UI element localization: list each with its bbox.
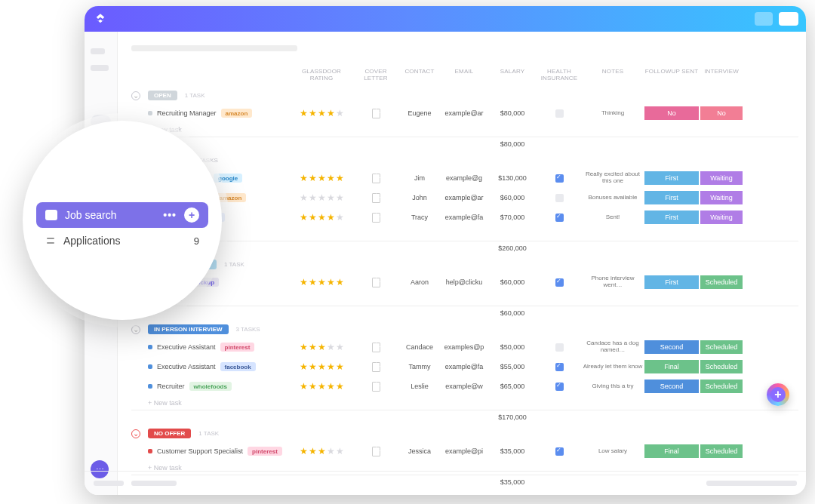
collapse-toggle-icon[interactable]: ⌄ (131, 91, 140, 100)
titlebar-control-1[interactable] (755, 12, 773, 26)
document-icon[interactable] (372, 343, 380, 352)
interview-status[interactable]: Waiting (700, 191, 743, 204)
company-tag[interactable]: pinterest (248, 447, 282, 456)
notes-cell[interactable]: Candace has a dog named… (583, 340, 643, 354)
column-header[interactable]: GLASSDOOR RATING (291, 68, 352, 81)
collapse-toggle-icon[interactable]: ⌄ (131, 429, 140, 438)
document-icon[interactable] (372, 109, 380, 118)
followup-status[interactable]: Second (644, 340, 699, 354)
rating-stars[interactable]: ★★★★★ (291, 447, 352, 456)
notes-cell[interactable]: Low salary (583, 448, 643, 455)
task-row[interactable]: Recruiterfacebook★★★★★Tracyexample@fa$70… (131, 207, 798, 227)
health-insurance-checkbox[interactable] (555, 174, 564, 183)
followup-status[interactable]: Final (644, 444, 699, 458)
health-insurance-checkbox[interactable] (555, 343, 564, 352)
company-tag[interactable]: pinterest (220, 343, 255, 352)
interview-status[interactable]: Scheduled (700, 380, 743, 393)
column-header[interactable]: SALARY (489, 68, 536, 81)
document-icon[interactable] (372, 174, 380, 183)
notes-cell[interactable]: Giving this a try (583, 383, 643, 390)
new-task-button[interactable]: + New task (131, 227, 798, 241)
group-header[interactable]: ⌄NO OFFER1 TASK (131, 429, 798, 438)
document-icon[interactable] (372, 193, 380, 203)
document-icon[interactable] (372, 382, 380, 392)
health-insurance-checkbox[interactable] (555, 363, 564, 371)
task-row[interactable]: Customer Support Specialistpinterest★★★★… (131, 441, 798, 461)
company-tag[interactable]: wholefoods (189, 382, 232, 391)
rating-stars[interactable]: ★★★★★ (291, 382, 352, 391)
rating-stars[interactable]: ★★★★★ (291, 174, 352, 183)
followup-status[interactable]: First (644, 211, 699, 224)
interview-status[interactable]: Scheduled (700, 360, 743, 373)
new-task-button[interactable]: + New task (131, 292, 798, 306)
health-insurance-checkbox[interactable] (555, 447, 564, 456)
notes-cell[interactable]: Already let them know (583, 364, 643, 370)
group-header[interactable]: ⌄APPLIED3 TASKS (131, 155, 798, 165)
interview-status[interactable]: Scheduled (700, 340, 743, 354)
task-row[interactable]: Product Managergoogle★★★★★Jimexample@g$1… (131, 168, 798, 188)
column-header[interactable]: COVER LETTER (353, 68, 398, 81)
new-task-button[interactable]: + New task (131, 396, 798, 410)
sidebar-item-applications[interactable]: Applications 9 (36, 228, 208, 254)
task-row[interactable]: Executive Assistantfacebook★★★★★Tammyexa… (131, 357, 798, 376)
interview-status[interactable]: No (700, 106, 743, 120)
rating-stars[interactable]: ★★★★★ (291, 343, 352, 352)
task-row[interactable]: Account Manageramazon★★★★★Johnexample@ar… (131, 188, 798, 207)
interview-status[interactable]: Scheduled (700, 444, 743, 458)
document-icon[interactable] (372, 213, 380, 223)
more-icon[interactable]: ••• (163, 209, 177, 221)
group-header[interactable]: ⌄PHONE INTERVIEW1 TASK (131, 260, 798, 269)
column-header[interactable]: HEALTH INSURANCE (537, 68, 581, 81)
column-header[interactable]: INTERVIEW (700, 68, 743, 81)
task-row[interactable]: Recruiting Manageramazon★★★★★Eugeneexamp… (131, 103, 798, 123)
company-tag[interactable]: amazon (221, 109, 253, 118)
add-circle-icon[interactable]: + (184, 207, 199, 223)
followup-status[interactable]: Second (644, 380, 699, 393)
fab-new-task[interactable]: + (767, 383, 789, 406)
followup-status[interactable]: No (644, 106, 699, 120)
company-tag[interactable]: google (214, 174, 242, 183)
task-row[interactable]: Recruiterwholefoods★★★★★Leslieexample@w$… (131, 376, 798, 396)
health-insurance-checkbox[interactable] (555, 214, 564, 222)
notes-cell[interactable]: Really excited about this one (583, 171, 643, 185)
titlebar-control-2[interactable] (779, 12, 798, 26)
health-insurance-checkbox[interactable] (555, 383, 564, 391)
task-row[interactable]: Recruiterclickup★★★★★Aaronhelp@clicku$60… (131, 272, 798, 292)
rating-stars[interactable]: ★★★★★ (291, 193, 352, 202)
notes-cell[interactable]: Bonuses available (583, 195, 643, 201)
group-header[interactable]: ⌄OPEN1 TASK (131, 91, 798, 100)
company-tag[interactable]: facebook (220, 362, 256, 371)
followup-status[interactable]: First (644, 171, 699, 185)
column-header[interactable]: CONTACT (400, 68, 439, 81)
sidebar-item-job-search[interactable]: Job search ••• + (36, 202, 208, 228)
notes-cell[interactable]: Thinking (583, 110, 643, 117)
health-insurance-checkbox[interactable] (555, 194, 564, 202)
interview-status[interactable]: Waiting (700, 211, 743, 224)
column-header[interactable]: FOLLOWUP SENT (644, 68, 699, 81)
health-insurance-checkbox[interactable] (555, 109, 564, 118)
followup-status[interactable]: Final (644, 360, 699, 373)
rating-stars[interactable]: ★★★★★ (291, 362, 352, 371)
document-icon[interactable] (372, 278, 380, 287)
collapse-toggle-icon[interactable]: ⌄ (131, 325, 140, 334)
status-badge[interactable]: NO OFFER (148, 429, 191, 438)
notes-cell[interactable]: Sent! (583, 214, 643, 221)
health-insurance-checkbox[interactable] (555, 278, 564, 287)
interview-status[interactable]: Scheduled (700, 275, 743, 289)
status-badge[interactable]: OPEN (148, 91, 177, 100)
document-icon[interactable] (372, 447, 380, 456)
rating-stars[interactable]: ★★★★★ (291, 278, 352, 287)
followup-status[interactable]: First (644, 191, 699, 204)
followup-status[interactable]: First (644, 275, 699, 289)
interview-status[interactable]: Waiting (700, 171, 743, 185)
column-header[interactable]: EMAIL (441, 68, 487, 81)
document-icon[interactable] (372, 362, 380, 372)
task-row[interactable]: Executive Assistantpinterest★★★★★Candace… (131, 337, 798, 357)
notes-cell[interactable]: Phone interview went… (583, 275, 643, 289)
rating-stars[interactable]: ★★★★★ (291, 109, 352, 118)
new-task-button[interactable]: + New task (131, 123, 798, 137)
group-header[interactable]: ⌄IN PERSON INTERVIEW3 TASKS (131, 324, 798, 334)
rating-stars[interactable]: ★★★★★ (291, 213, 352, 222)
status-badge[interactable]: IN PERSON INTERVIEW (148, 324, 229, 334)
column-header[interactable]: NOTES (583, 68, 643, 81)
